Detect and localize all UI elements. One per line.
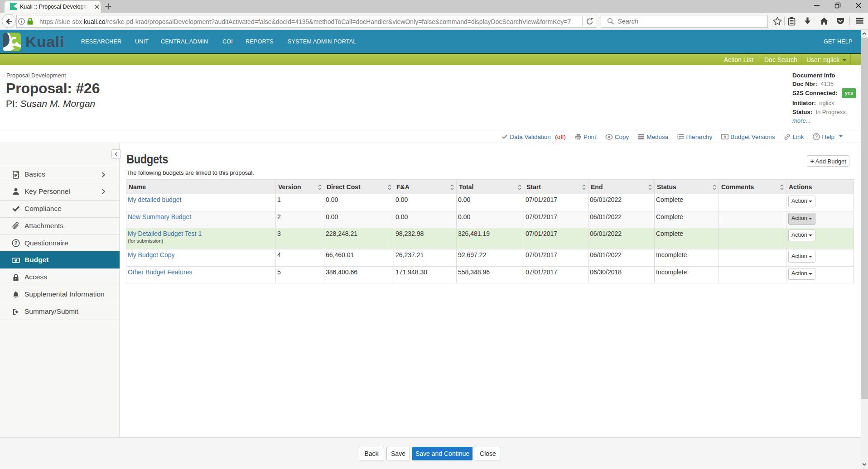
svg-text:?: ?	[815, 134, 818, 139]
svg-text:1: 1	[724, 135, 726, 138]
svg-text:?: ?	[14, 240, 18, 246]
